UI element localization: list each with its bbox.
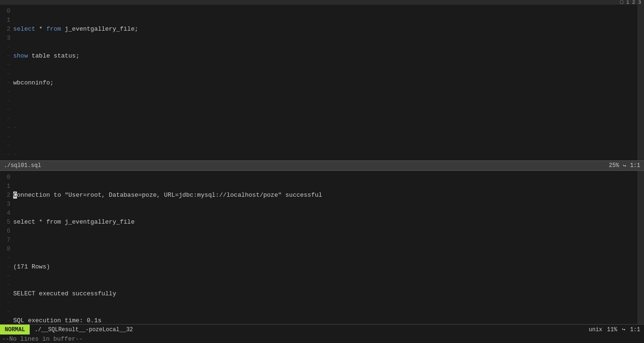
bottom-position: 1:1 [630, 326, 640, 333]
code-area: 0 1 2 3 ~ ~ ~ ~ ~ ~ ~ ~ ~ ~ ~ ~ ~ [0, 5, 644, 160]
top-cursor-pos: 1:1 [630, 162, 640, 169]
output-area: 0 1 2 3 4 5 6 7 8 ~ ~ ~ ~ ~ ~ ~ ~ [0, 171, 644, 324]
output-line-0: Connection to "User=root, Database=poze,… [13, 191, 644, 200]
cursor: C [13, 192, 17, 199]
bottom-filepath: ./__SQLResult__-pozeLocal__32 [30, 326, 133, 333]
output-line-4: SELECT executed successfully [13, 289, 644, 298]
output-scrollbar[interactable] [637, 171, 644, 324]
no-lines-bar: --No lines in buffer-- [0, 335, 644, 343]
code-line-1: show table status; [13, 51, 644, 60]
top-arrow: ↪ [623, 162, 626, 169]
code-content-editor[interactable]: select * from j_eventgallery_file; show … [13, 5, 644, 160]
code-line-2: wbconninfo; [13, 78, 644, 87]
bottom-arrow: ↪ [622, 326, 625, 333]
top-bar: □ 1 2 3 [0, 0, 644, 5]
top-filename: ./sql01.sql [4, 162, 41, 169]
line-numbers-output: 0 1 2 3 4 5 6 7 8 ~ ~ ~ ~ ~ ~ ~ ~ [0, 171, 13, 324]
output-line-3: (171 Rows) [13, 262, 644, 271]
bottom-encoding: unix [589, 326, 603, 333]
output-content: Connection to "User=root, Database=poze,… [13, 171, 644, 324]
output-line-1: select * from j_eventgallery_file [13, 218, 644, 226]
output-line-5: SQL execution time: 0.1s [13, 316, 644, 324]
top-percent: 25% [609, 162, 619, 169]
top-status-line: ./sql01.sql 25% ↪ 1:1 [0, 160, 644, 171]
top-position: 25% ↪ 1:1 [609, 162, 640, 169]
code-line-0: select * from j_eventgallery_file; [13, 25, 644, 33]
editor-scrollbar[interactable] [637, 5, 644, 160]
split-panes: 0 1 2 3 ~ ~ ~ ~ ~ ~ ~ ~ ~ ~ ~ ~ ~ [0, 5, 644, 343]
output-pane[interactable]: 0 1 2 3 4 5 6 7 8 ~ ~ ~ ~ ~ ~ ~ ~ [0, 171, 644, 324]
bottom-percent: 11% [607, 326, 618, 333]
no-lines-text: --No lines in buffer-- [2, 335, 83, 343]
mode-indicator: NORMAL [0, 325, 30, 335]
status-right: unix 11% ↪ 1:1 [589, 326, 644, 333]
line-numbers-editor: 0 1 2 3 ~ ~ ~ ~ ~ ~ ~ ~ ~ ~ ~ ~ ~ [0, 5, 13, 160]
bottom-status-line: NORMAL ./__SQLResult__-pozeLocal__32 uni… [0, 324, 644, 335]
vim-editor: □ 1 2 3 0 1 2 3 ~ ~ ~ ~ ~ ~ ~ [0, 0, 644, 343]
editor-pane[interactable]: 0 1 2 3 ~ ~ ~ ~ ~ ~ ~ ~ ~ ~ ~ ~ ~ [0, 5, 644, 160]
